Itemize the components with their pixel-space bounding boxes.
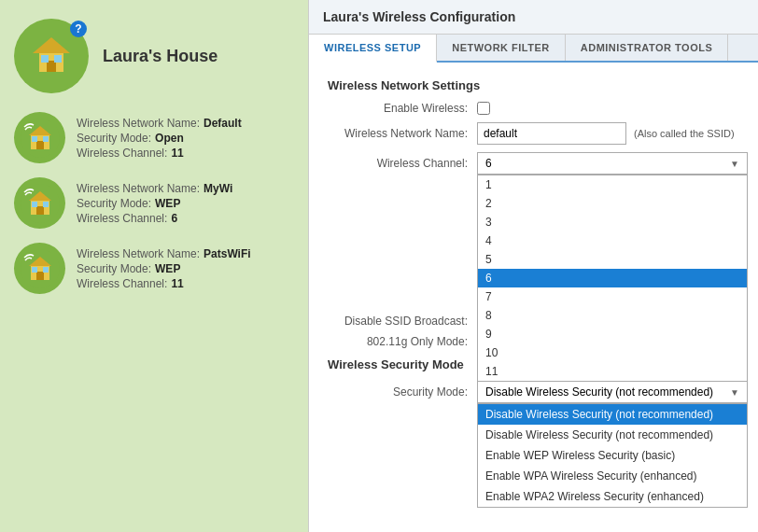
- channel-option-10[interactable]: 10: [478, 343, 747, 362]
- channel-selected-display[interactable]: 6 ▼: [477, 152, 748, 175]
- network-item-2[interactable]: Wireless Network Name: MyWi Security Mod…: [14, 177, 289, 229]
- wireless-channel-control: 6 ▼ 1 2 3 4 5 6 7 8 9 10 11: [477, 152, 748, 175]
- page-title: Laura's House: [103, 47, 218, 66]
- svg-marker-0: [33, 37, 70, 53]
- house-icon-large: ?: [14, 19, 89, 93]
- network-info-3: Wireless Network Name: PatsWiFi Security…: [77, 247, 251, 290]
- channel-option-9[interactable]: 9: [478, 325, 747, 343]
- house-header: ? Laura's House: [14, 19, 218, 93]
- channel-option-6[interactable]: 6: [478, 269, 747, 287]
- channel-option-4[interactable]: 4: [478, 231, 747, 250]
- channel-selected-value: 6: [485, 157, 492, 170]
- svg-rect-20: [36, 272, 44, 280]
- svg-rect-22: [43, 267, 49, 273]
- network-info-1: Wireless Network Name: Default Security …: [77, 117, 242, 160]
- svg-rect-8: [36, 141, 44, 149]
- svg-rect-15: [32, 202, 37, 207]
- security-selected-display[interactable]: Disable Wireless Security (not recommend…: [477, 381, 748, 403]
- tabs: WIRELESS SETUP NETWORK FILTER ADMINISTRA…: [309, 35, 758, 63]
- security-list[interactable]: Disable Wireless Security (not recommend…: [477, 403, 748, 508]
- tab-network-filter[interactable]: NETWORK FILTER: [437, 35, 566, 61]
- tab-wireless-setup[interactable]: WIRELESS SETUP: [309, 35, 437, 63]
- enable-wireless-control: [477, 102, 490, 115]
- security-option-1[interactable]: Disable Wireless Security (not recommend…: [478, 404, 747, 425]
- panel-content: Wireless Network Settings Enable Wireles…: [309, 63, 758, 532]
- network-icon-1: [14, 112, 65, 163]
- house-svg: [28, 33, 75, 79]
- network-info-2: Wireless Network Name: MyWi Security Mod…: [77, 182, 232, 225]
- enable-wireless-label: Enable Wireless:: [328, 102, 468, 115]
- svg-rect-16: [43, 202, 49, 207]
- network-name-input[interactable]: [477, 122, 626, 145]
- channel-dropdown-arrow: ▼: [730, 159, 739, 169]
- network-name-control: (Also called the SSID): [477, 122, 735, 145]
- channel-list[interactable]: 1 2 3 4 5 6 7 8 9 10 11: [477, 175, 748, 382]
- left-panel: ? Laura's House W: [0, 0, 308, 532]
- security-option-4[interactable]: Enable WPA Wireless Security (enhanced): [478, 466, 747, 486]
- network-list: Wireless Network Name: Default Security …: [14, 112, 289, 294]
- security-selected-value: Disable Wireless Security (not recommend…: [485, 385, 713, 399]
- security-dropdown-wrapper[interactable]: Disable Wireless Security (not recommend…: [477, 381, 748, 403]
- right-panel: Laura's Wireless Configuration WIRELESS …: [308, 0, 758, 532]
- network-name-label: Wireless Network Name:: [328, 127, 468, 140]
- svg-rect-21: [32, 267, 37, 273]
- network-name-row: Wireless Network Name: (Also called the …: [328, 122, 739, 145]
- wifi-house-icon-3: [21, 249, 60, 288]
- wifi-house-icon-2: [21, 184, 60, 223]
- info-badge[interactable]: ?: [70, 21, 87, 37]
- enable-wireless-checkbox[interactable]: [477, 102, 490, 115]
- wifi-house-icon-1: [21, 119, 60, 158]
- security-option-3[interactable]: Enable WEP Wireless Security (basic): [478, 445, 747, 466]
- wireless-settings-title: Wireless Network Settings: [328, 78, 739, 92]
- network-item-1[interactable]: Wireless Network Name: Default Security …: [14, 112, 289, 163]
- ssid-hint: (Also called the SSID): [634, 128, 735, 139]
- channel-option-5[interactable]: 5: [478, 250, 747, 269]
- svg-rect-9: [32, 136, 37, 142]
- channel-option-8[interactable]: 8: [478, 306, 747, 325]
- security-option-5[interactable]: Enable WPA2 Wireless Security (enhanced): [478, 486, 747, 507]
- mode-80211g-label: 802.11g Only Mode:: [328, 335, 468, 348]
- tab-administrator-tools[interactable]: ADMINISTRATOR TOOLS: [566, 35, 729, 61]
- svg-rect-10: [43, 136, 49, 142]
- network-icon-2: [14, 177, 65, 229]
- security-mode-control: Disable Wireless Security (not recommend…: [477, 381, 748, 403]
- security-mode-label: Security Mode:: [328, 385, 468, 399]
- svg-rect-3: [41, 55, 49, 63]
- svg-rect-4: [54, 55, 62, 63]
- security-mode-row: Security Mode: Disable Wireless Security…: [328, 381, 739, 403]
- channel-option-3[interactable]: 3: [478, 213, 747, 231]
- security-option-2[interactable]: Disable Wireless Security (not recommend…: [478, 425, 747, 445]
- enable-wireless-row: Enable Wireless:: [328, 102, 739, 115]
- security-dropdown-arrow: ▼: [730, 387, 739, 398]
- channel-option-7[interactable]: 7: [478, 287, 747, 306]
- panel-title: Laura's Wireless Configuration: [309, 0, 758, 35]
- svg-rect-14: [36, 206, 44, 215]
- wireless-channel-label: Wireless Channel:: [328, 157, 468, 170]
- channel-option-2[interactable]: 2: [478, 194, 747, 213]
- channel-dropdown-wrapper[interactable]: 6 ▼ 1 2 3 4 5 6 7 8 9 10 11: [477, 152, 748, 175]
- wireless-channel-row: Wireless Channel: 6 ▼ 1 2 3 4 5 6 7: [328, 152, 739, 175]
- network-item-3[interactable]: Wireless Network Name: PatsWiFi Security…: [14, 243, 289, 294]
- channel-option-1[interactable]: 1: [478, 175, 747, 194]
- network-icon-3: [14, 243, 65, 294]
- disable-ssid-label: Disable SSID Broadcast:: [328, 315, 468, 328]
- channel-option-11[interactable]: 11: [478, 362, 747, 381]
